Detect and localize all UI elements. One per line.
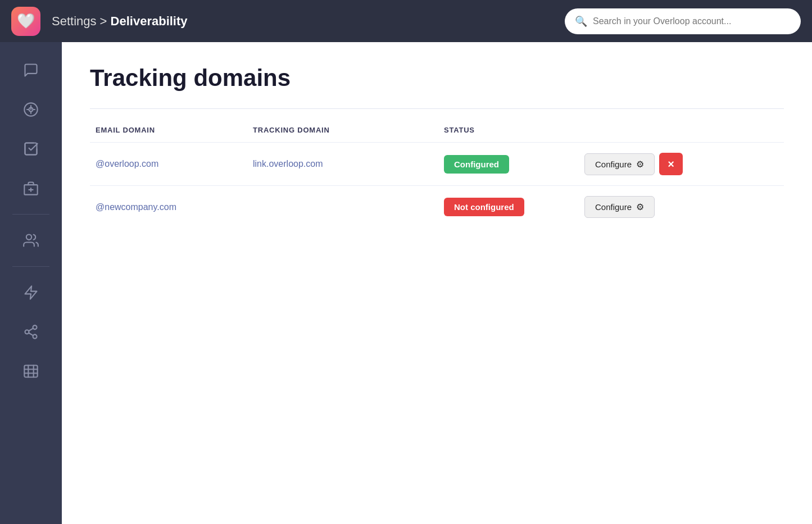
content-area: Tracking domains EMAIL DOMAIN TRACKING D…: [62, 42, 812, 524]
sidebar-item-workflows[interactable]: [11, 315, 51, 349]
breadcrumb-prefix: Settings >: [52, 14, 111, 28]
gear-icon-2: ⚙: [636, 202, 644, 212]
delete-button-1[interactable]: ×: [659, 153, 683, 175]
main-layout: Tracking domains EMAIL DOMAIN TRACKING D…: [0, 42, 812, 524]
table-row: @newcompany.com Not configured Configure…: [90, 185, 784, 228]
svg-line-13: [29, 333, 33, 336]
actions-cell-2: Configure ⚙: [584, 196, 778, 218]
svg-point-8: [26, 235, 31, 240]
actions-cell-1: Configure ⚙ ×: [584, 153, 778, 175]
sidebar-item-conversations[interactable]: [11, 53, 51, 87]
status-badge-2: Not configured: [444, 198, 524, 216]
logo[interactable]: 🤍: [11, 7, 40, 36]
col-header-tracking-domain: TRACKING DOMAIN: [253, 126, 444, 134]
search-icon: 🔍: [575, 15, 587, 28]
svg-rect-4: [25, 143, 37, 155]
search-input[interactable]: [593, 16, 791, 26]
sidebar-divider-1: [12, 214, 49, 215]
sidebar-divider-2: [12, 266, 49, 267]
sidebar-item-tasks[interactable]: [11, 132, 51, 166]
page-title: Tracking domains: [90, 65, 784, 92]
status-cell-1: Configured: [444, 155, 584, 174]
delete-icon-1: ×: [668, 158, 674, 171]
topbar: 🤍 Settings > Deliverability 🔍: [0, 0, 812, 42]
tracking-domain-1: link.overloop.com: [253, 159, 444, 169]
sidebar-item-reports[interactable]: [11, 354, 51, 388]
svg-rect-15: [24, 366, 37, 377]
configure-button-1[interactable]: Configure ⚙: [584, 153, 655, 175]
sidebar: [0, 42, 62, 524]
status-cell-2: Not configured: [444, 198, 584, 216]
col-header-actions: [584, 126, 778, 134]
col-header-status: STATUS: [444, 126, 584, 134]
email-domain-2: @newcompany.com: [96, 202, 253, 212]
configure-button-2[interactable]: Configure ⚙: [584, 196, 655, 218]
svg-marker-9: [25, 286, 37, 299]
configure-label-2: Configure: [595, 202, 632, 212]
svg-line-14: [29, 329, 33, 331]
table-header: EMAIL DOMAIN TRACKING DOMAIN STATUS: [90, 126, 784, 142]
sidebar-item-contacts[interactable]: [11, 224, 51, 257]
sidebar-item-deals[interactable]: [11, 93, 51, 126]
sidebar-item-companies[interactable]: [11, 171, 51, 205]
breadcrumb-current: Deliverability: [111, 14, 188, 28]
email-domain-1: @overloop.com: [96, 159, 253, 169]
search-bar: 🔍: [565, 8, 801, 34]
gear-icon-1: ⚙: [636, 159, 644, 170]
configure-label-1: Configure: [595, 160, 632, 169]
logo-icon: 🤍: [17, 12, 35, 30]
sidebar-item-campaigns[interactable]: [11, 276, 51, 309]
divider: [90, 108, 784, 109]
status-badge-1: Configured: [444, 155, 509, 174]
breadcrumb: Settings > Deliverability: [52, 14, 554, 29]
table-row: @overloop.com link.overloop.com Configur…: [90, 142, 784, 185]
col-header-email-domain: EMAIL DOMAIN: [96, 126, 253, 134]
